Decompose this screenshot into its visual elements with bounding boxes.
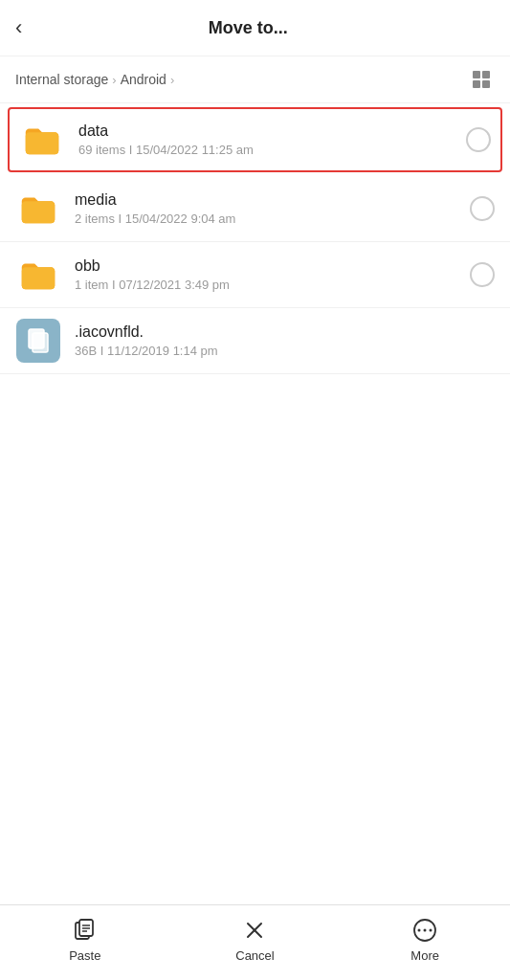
paste-label: Paste [69, 948, 100, 963]
page-title: Move to... [30, 18, 466, 38]
list-item[interactable]: obb 1 item I 07/12/2021 3:49 pm [0, 242, 510, 308]
file-meta: obb 1 item I 07/12/2021 3:49 pm [75, 257, 470, 292]
svg-point-13 [424, 929, 427, 932]
cancel-label: Cancel [235, 948, 274, 963]
breadcrumb-android[interactable]: Android [121, 72, 166, 87]
breadcrumb-sep-1: › [112, 73, 116, 87]
file-name: media [75, 191, 470, 209]
folder-icon [15, 252, 61, 298]
file-meta: .iacovnfld. 36B I 11/12/2019 1:14 pm [75, 323, 495, 358]
grid-icon [473, 71, 490, 88]
breadcrumb-path: Internal storage › Android › [15, 72, 174, 87]
folder-icon [19, 117, 65, 163]
back-button[interactable]: ‹ [15, 13, 30, 42]
list-item[interactable]: .iacovnfld. 36B I 11/12/2019 1:14 pm [0, 308, 510, 374]
select-radio[interactable] [466, 127, 491, 152]
file-list: data 69 items I 15/04/2022 11:25 am medi… [0, 107, 510, 374]
file-info: 2 items I 15/04/2022 9:04 am [75, 212, 470, 226]
svg-point-12 [418, 929, 421, 932]
list-item[interactable]: media 2 items I 15/04/2022 9:04 am [0, 176, 510, 242]
bottom-toolbar: Paste Cancel More [0, 904, 510, 980]
doc-file-icon [15, 318, 61, 364]
file-meta: data 69 items I 15/04/2022 11:25 am [78, 122, 466, 157]
folder-icon [15, 186, 61, 232]
cancel-icon [241, 917, 268, 944]
header: ‹ Move to... [0, 0, 510, 56]
more-button[interactable]: More [391, 917, 458, 963]
list-item[interactable]: data 69 items I 15/04/2022 11:25 am [8, 107, 502, 172]
doc-icon-shape [16, 319, 60, 363]
file-info: 69 items I 15/04/2022 11:25 am [78, 143, 466, 157]
breadcrumb-internal-storage[interactable]: Internal storage [15, 72, 108, 87]
select-radio[interactable] [470, 262, 495, 287]
grid-view-button[interactable] [468, 66, 495, 93]
svg-point-14 [430, 929, 432, 932]
breadcrumb: Internal storage › Android › [0, 56, 510, 103]
file-info: 1 item I 07/12/2021 3:49 pm [75, 278, 470, 292]
breadcrumb-sep-2: › [170, 73, 174, 87]
paste-icon [72, 917, 99, 944]
more-label: More [410, 948, 439, 963]
file-name: data [78, 122, 466, 140]
file-name: obb [75, 257, 470, 275]
paste-button[interactable]: Paste [52, 917, 119, 963]
file-info: 36B I 11/12/2019 1:14 pm [75, 344, 495, 358]
svg-rect-2 [33, 333, 48, 352]
select-radio[interactable] [470, 196, 495, 221]
cancel-button[interactable]: Cancel [221, 917, 288, 963]
file-meta: media 2 items I 15/04/2022 9:04 am [75, 191, 470, 226]
file-name: .iacovnfld. [75, 323, 495, 341]
more-icon [411, 917, 438, 944]
